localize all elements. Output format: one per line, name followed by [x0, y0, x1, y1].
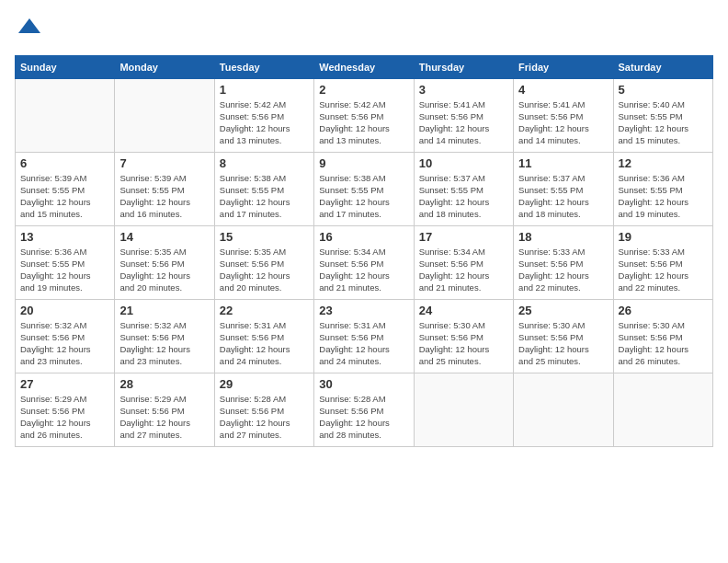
day-number: 11: [518, 156, 608, 170]
week-row-1: 1Sunrise: 5:42 AM Sunset: 5:56 PM Daylig…: [16, 78, 713, 152]
cell-content: Sunrise: 5:41 AM Sunset: 5:56 PM Dayligh…: [419, 98, 508, 147]
day-number: 28: [119, 377, 209, 391]
calendar-cell: 30Sunrise: 5:28 AM Sunset: 5:56 PM Dayli…: [314, 373, 414, 446]
cell-content: Sunrise: 5:31 AM Sunset: 5:56 PM Dayligh…: [220, 319, 309, 368]
calendar-cell: 16Sunrise: 5:34 AM Sunset: 5:56 PM Dayli…: [314, 225, 414, 299]
day-number: 7: [119, 156, 209, 170]
cell-content: Sunrise: 5:34 AM Sunset: 5:56 PM Dayligh…: [319, 246, 408, 294]
cell-content: Sunrise: 5:28 AM Sunset: 5:56 PM Dayligh…: [220, 393, 309, 442]
cell-content: Sunrise: 5:38 AM Sunset: 5:55 PM Dayligh…: [220, 172, 309, 221]
cell-content: Sunrise: 5:30 AM Sunset: 5:56 PM Dayligh…: [419, 319, 508, 368]
day-header-monday: Monday: [115, 55, 214, 78]
day-number: 17: [419, 230, 508, 244]
day-number: 8: [220, 156, 309, 170]
calendar-cell: 1Sunrise: 5:42 AM Sunset: 5:56 PM Daylig…: [214, 78, 313, 152]
calendar-cell: [514, 373, 613, 446]
day-number: 30: [319, 377, 408, 391]
cell-content: Sunrise: 5:33 AM Sunset: 5:56 PM Dayligh…: [619, 246, 708, 294]
day-number: 21: [119, 304, 209, 317]
day-number: 19: [619, 230, 708, 244]
cell-content: Sunrise: 5:35 AM Sunset: 5:56 PM Dayligh…: [220, 246, 309, 294]
cell-content: Sunrise: 5:42 AM Sunset: 5:56 PM Dayligh…: [319, 98, 408, 147]
calendar-cell: 26Sunrise: 5:30 AM Sunset: 5:56 PM Dayli…: [613, 299, 712, 373]
calendar-cell: 17Sunrise: 5:34 AM Sunset: 5:56 PM Dayli…: [414, 225, 513, 299]
cell-content: Sunrise: 5:29 AM Sunset: 5:56 PM Dayligh…: [119, 393, 209, 442]
calendar-cell: [16, 78, 115, 152]
calendar-cell: 23Sunrise: 5:31 AM Sunset: 5:56 PM Dayli…: [314, 299, 414, 373]
logo: [15, 15, 42, 46]
day-number: 12: [619, 156, 708, 170]
calendar-cell: 7Sunrise: 5:39 AM Sunset: 5:55 PM Daylig…: [115, 152, 214, 225]
day-header-wednesday: Wednesday: [314, 55, 414, 78]
day-number: 10: [419, 156, 508, 170]
week-row-5: 27Sunrise: 5:29 AM Sunset: 5:56 PM Dayli…: [16, 373, 713, 446]
day-header-thursday: Thursday: [414, 55, 513, 78]
day-number: 18: [518, 230, 608, 244]
calendar-cell: 3Sunrise: 5:41 AM Sunset: 5:56 PM Daylig…: [414, 78, 513, 152]
days-header-row: SundayMondayTuesdayWednesdayThursdayFrid…: [16, 55, 713, 78]
cell-content: Sunrise: 5:39 AM Sunset: 5:55 PM Dayligh…: [119, 172, 209, 221]
day-number: 26: [619, 304, 708, 317]
svg-marker-0: [18, 18, 40, 33]
calendar-cell: 18Sunrise: 5:33 AM Sunset: 5:56 PM Dayli…: [514, 225, 613, 299]
day-number: 27: [20, 377, 109, 391]
calendar-cell: 24Sunrise: 5:30 AM Sunset: 5:56 PM Dayli…: [414, 299, 513, 373]
day-number: 14: [119, 230, 209, 244]
cell-content: Sunrise: 5:31 AM Sunset: 5:56 PM Dayligh…: [319, 319, 408, 368]
week-row-3: 13Sunrise: 5:36 AM Sunset: 5:55 PM Dayli…: [16, 225, 713, 299]
calendar-cell: 10Sunrise: 5:37 AM Sunset: 5:55 PM Dayli…: [414, 152, 513, 225]
day-number: 9: [319, 156, 408, 170]
calendar-cell: 13Sunrise: 5:36 AM Sunset: 5:55 PM Dayli…: [16, 225, 115, 299]
logo-icon: [17, 15, 42, 40]
calendar-cell: 9Sunrise: 5:38 AM Sunset: 5:55 PM Daylig…: [314, 152, 414, 225]
page-header: [15, 15, 713, 46]
cell-content: Sunrise: 5:37 AM Sunset: 5:55 PM Dayligh…: [419, 172, 508, 221]
calendar-cell: [613, 373, 712, 446]
day-number: 3: [419, 83, 508, 97]
cell-content: Sunrise: 5:39 AM Sunset: 5:55 PM Dayligh…: [20, 172, 109, 221]
week-row-2: 6Sunrise: 5:39 AM Sunset: 5:55 PM Daylig…: [16, 152, 713, 225]
calendar-cell: 29Sunrise: 5:28 AM Sunset: 5:56 PM Dayli…: [214, 373, 313, 446]
calendar-cell: 6Sunrise: 5:39 AM Sunset: 5:55 PM Daylig…: [16, 152, 115, 225]
cell-content: Sunrise: 5:32 AM Sunset: 5:56 PM Dayligh…: [20, 319, 109, 368]
cell-content: Sunrise: 5:32 AM Sunset: 5:56 PM Dayligh…: [119, 319, 209, 368]
calendar-cell: 15Sunrise: 5:35 AM Sunset: 5:56 PM Dayli…: [214, 225, 313, 299]
day-number: 6: [20, 156, 109, 170]
calendar-cell: 12Sunrise: 5:36 AM Sunset: 5:55 PM Dayli…: [613, 152, 712, 225]
day-number: 2: [319, 83, 408, 97]
cell-content: Sunrise: 5:36 AM Sunset: 5:55 PM Dayligh…: [619, 172, 708, 221]
calendar-cell: 21Sunrise: 5:32 AM Sunset: 5:56 PM Dayli…: [115, 299, 214, 373]
calendar-cell: 27Sunrise: 5:29 AM Sunset: 5:56 PM Dayli…: [16, 373, 115, 446]
cell-content: Sunrise: 5:29 AM Sunset: 5:56 PM Dayligh…: [20, 393, 109, 442]
calendar-cell: 25Sunrise: 5:30 AM Sunset: 5:56 PM Dayli…: [514, 299, 613, 373]
calendar-cell: 11Sunrise: 5:37 AM Sunset: 5:55 PM Dayli…: [514, 152, 613, 225]
day-number: 23: [319, 304, 408, 317]
calendar-cell: 5Sunrise: 5:40 AM Sunset: 5:55 PM Daylig…: [613, 78, 712, 152]
day-header-friday: Friday: [514, 55, 613, 78]
calendar-cell: 8Sunrise: 5:38 AM Sunset: 5:55 PM Daylig…: [214, 152, 313, 225]
calendar-cell: 22Sunrise: 5:31 AM Sunset: 5:56 PM Dayli…: [214, 299, 313, 373]
day-number: 5: [619, 83, 708, 97]
day-number: 15: [220, 230, 309, 244]
cell-content: Sunrise: 5:40 AM Sunset: 5:55 PM Dayligh…: [619, 98, 708, 147]
calendar-cell: [115, 78, 214, 152]
cell-content: Sunrise: 5:35 AM Sunset: 5:56 PM Dayligh…: [119, 246, 209, 294]
cell-content: Sunrise: 5:38 AM Sunset: 5:55 PM Dayligh…: [319, 172, 408, 221]
day-header-tuesday: Tuesday: [214, 55, 313, 78]
cell-content: Sunrise: 5:34 AM Sunset: 5:56 PM Dayligh…: [419, 246, 508, 294]
cell-content: Sunrise: 5:36 AM Sunset: 5:55 PM Dayligh…: [20, 246, 109, 294]
calendar-cell: 14Sunrise: 5:35 AM Sunset: 5:56 PM Dayli…: [115, 225, 214, 299]
calendar-cell: [414, 373, 513, 446]
cell-content: Sunrise: 5:30 AM Sunset: 5:56 PM Dayligh…: [619, 319, 708, 368]
calendar-cell: 20Sunrise: 5:32 AM Sunset: 5:56 PM Dayli…: [16, 299, 115, 373]
day-number: 4: [518, 83, 608, 97]
cell-content: Sunrise: 5:28 AM Sunset: 5:56 PM Dayligh…: [319, 393, 408, 442]
calendar-cell: 19Sunrise: 5:33 AM Sunset: 5:56 PM Dayli…: [613, 225, 712, 299]
cell-content: Sunrise: 5:42 AM Sunset: 5:56 PM Dayligh…: [220, 98, 309, 147]
day-header-sunday: Sunday: [16, 55, 115, 78]
cell-content: Sunrise: 5:33 AM Sunset: 5:56 PM Dayligh…: [518, 246, 608, 294]
week-row-4: 20Sunrise: 5:32 AM Sunset: 5:56 PM Dayli…: [16, 299, 713, 373]
cell-content: Sunrise: 5:37 AM Sunset: 5:55 PM Dayligh…: [518, 172, 608, 221]
day-number: 16: [319, 230, 408, 244]
day-number: 1: [220, 83, 309, 97]
